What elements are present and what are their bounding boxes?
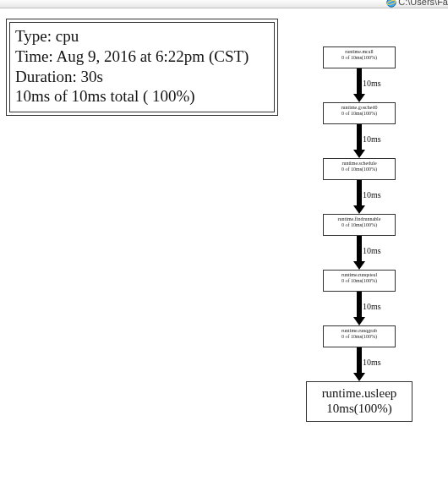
- node-label: runtime.usleep: [310, 385, 408, 401]
- graph-node: runtime.schedule 0 of 10ms(100%): [323, 158, 396, 180]
- node-value: 0 of 10ms(100%): [325, 222, 393, 228]
- node-label: runtime.findrunnable: [325, 216, 393, 222]
- arrow-icon: [357, 347, 362, 381]
- node-label: runtime.mcall: [325, 49, 393, 55]
- graph-edge: 10ms: [323, 347, 396, 381]
- arrow-icon: [357, 180, 362, 214]
- browser-toolbar-fragment: C:\Users\Fa: [0, 0, 448, 8]
- summary-duration: Duration: 30s: [15, 67, 269, 87]
- graph-edge: 10ms: [323, 292, 396, 325]
- edge-label: 10ms: [363, 79, 381, 88]
- node-value: 0 of 10ms(100%): [325, 334, 393, 340]
- window-path-fragment: C:\Users\Fa: [398, 0, 448, 7]
- edge-label: 10ms: [363, 358, 381, 367]
- graph-node: runtime.findrunnable 0 of 10ms(100%): [323, 214, 396, 236]
- graph-node-leaf: runtime.usleep 10ms(100%): [306, 381, 412, 422]
- graph-edge: 10ms: [323, 180, 396, 214]
- ie-icon: [385, 0, 397, 12]
- summary-total: 10ms of 10ms total ( 100%): [15, 86, 269, 107]
- profile-summary-box: Type: cpu Time: Aug 9, 2016 at 6:22pm (C…: [6, 19, 278, 116]
- graph-edge: 10ms: [323, 68, 396, 102]
- node-label: runtime.runqgrab: [325, 328, 393, 334]
- arrow-icon: [357, 292, 362, 325]
- node-value: 0 of 10ms(100%): [325, 167, 393, 172]
- graph-node: runtime.mcall 0 of 10ms(100%): [323, 46, 396, 68]
- node-label: runtime.schedule: [325, 161, 393, 167]
- arrow-icon: [357, 124, 362, 158]
- edge-label: 10ms: [363, 190, 381, 200]
- node-value: 0 of 10ms(100%): [325, 55, 393, 61]
- node-value: 0 of 10ms(100%): [325, 278, 393, 284]
- edge-label: 10ms: [363, 246, 381, 255]
- graph-node: runtime.runqgrab 0 of 10ms(100%): [323, 325, 396, 347]
- node-label: runtime.gosched0: [325, 105, 393, 111]
- node-value: 0 of 10ms(100%): [325, 111, 393, 117]
- graph-node: runtime.gosched0 0 of 10ms(100%): [323, 102, 396, 124]
- edge-label: 10ms: [363, 134, 381, 144]
- node-label: runtime.runqsteal: [325, 272, 393, 278]
- graph-edge: 10ms: [323, 236, 396, 270]
- edge-label: 10ms: [363, 302, 381, 311]
- graph-edge: 10ms: [323, 124, 396, 158]
- arrow-icon: [357, 68, 362, 102]
- profile-summary-inner: Type: cpu Time: Aug 9, 2016 at 6:22pm (C…: [9, 22, 275, 112]
- arrow-icon: [357, 236, 362, 270]
- summary-type: Type: cpu: [15, 26, 269, 46]
- graph-node: runtime.runqsteal 0 of 10ms(100%): [323, 270, 396, 292]
- node-value: 10ms(100%): [310, 401, 408, 416]
- call-graph: runtime.mcall 0 of 10ms(100%) 10ms runti…: [283, 46, 435, 422]
- summary-time: Time: Aug 9, 2016 at 6:22pm (CST): [15, 46, 269, 67]
